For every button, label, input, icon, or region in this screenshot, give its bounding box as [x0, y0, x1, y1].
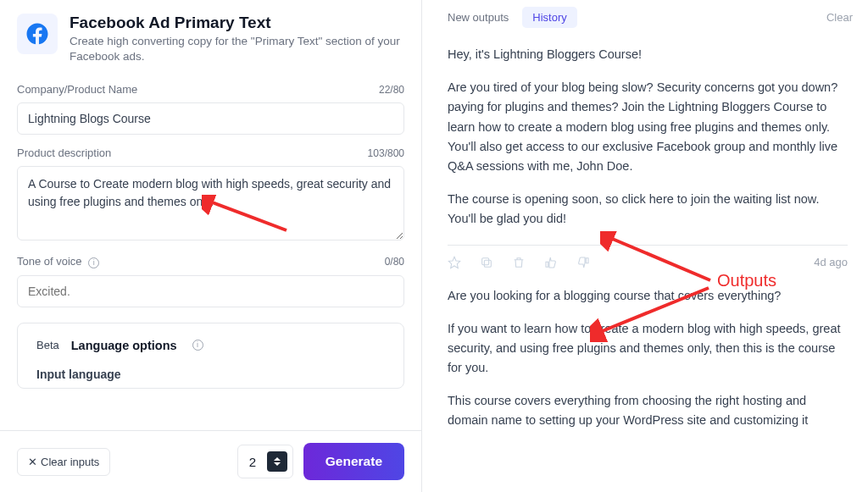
form-panel: Facebook Ad Primary Text Create high con…: [0, 0, 422, 492]
company-label: Company/Product Name: [17, 83, 137, 96]
input-language-label: Input language: [36, 368, 385, 381]
clear-outputs-button[interactable]: Clear: [826, 11, 853, 24]
star-icon[interactable]: [448, 256, 461, 269]
facebook-icon: [17, 14, 58, 54]
output-paragraph: This course covers everything from choos…: [448, 391, 848, 430]
form-body: Company/Product Name 22/80 Product descr…: [0, 76, 421, 430]
output-paragraph: If you want to learn how to create a mod…: [448, 319, 848, 379]
company-input[interactable]: [17, 102, 404, 135]
output-meta-row: 4d ago: [448, 246, 848, 274]
thumbs-up-icon[interactable]: [544, 256, 558, 269]
company-counter: 22/80: [379, 84, 404, 96]
page-subtitle: Create high converting copy for the "Pri…: [70, 34, 404, 64]
clear-inputs-label: Clear inputs: [41, 456, 99, 468]
tone-label: Tone of voice i: [17, 255, 99, 268]
clear-inputs-button[interactable]: ✕ Clear inputs: [17, 448, 110, 476]
thumbs-down-icon[interactable]: [576, 256, 590, 269]
output-item[interactable]: Hey, it's Lightning Bloggers Course! Are…: [448, 33, 848, 246]
language-card: Beta Language options i Input language: [17, 323, 404, 389]
output-paragraph: The course is opening soon, so click her…: [448, 190, 848, 229]
description-field: Product description 103/800: [17, 146, 404, 243]
output-count-stepper[interactable]: 2: [237, 445, 293, 478]
info-icon: i: [192, 340, 203, 351]
info-icon: i: [88, 257, 99, 268]
description-input[interactable]: [17, 166, 404, 240]
language-options-label: Language options: [71, 339, 177, 352]
outputs-panel: New outputs History Clear Hey, it's Ligh…: [422, 0, 868, 492]
tabs-bar: New outputs History Clear: [422, 0, 868, 33]
panel-header: Facebook Ad Primary Text Create high con…: [0, 0, 421, 76]
tab-history[interactable]: History: [522, 7, 576, 28]
output-timestamp: 4d ago: [814, 256, 848, 268]
stepper-buttons[interactable]: [267, 451, 287, 472]
output-paragraph: Are you looking for a blogging course th…: [448, 286, 848, 306]
close-icon: ✕: [28, 456, 37, 468]
output-paragraph: Are you tired of your blog being slow? S…: [448, 78, 848, 176]
chevron-down-icon: [274, 462, 281, 466]
output-item[interactable]: Are you looking for a blogging course th…: [448, 274, 848, 446]
chevron-up-icon: [274, 457, 281, 461]
outputs-list[interactable]: Hey, it's Lightning Bloggers Course! Are…: [422, 33, 868, 492]
output-paragraph: Hey, it's Lightning Bloggers Course!: [448, 45, 848, 64]
description-label: Product description: [17, 146, 111, 159]
generate-button[interactable]: Generate: [303, 443, 404, 480]
company-field: Company/Product Name 22/80: [17, 83, 404, 135]
copy-icon[interactable]: [480, 256, 493, 269]
footer-bar: ✕ Clear inputs 2 Generate: [0, 430, 421, 492]
tone-counter: 0/80: [385, 256, 404, 268]
tab-new-outputs[interactable]: New outputs: [437, 7, 519, 28]
tone-input[interactable]: [17, 275, 404, 307]
svg-marker-2: [448, 257, 459, 268]
beta-badge: Beta: [36, 339, 59, 351]
header-text: Facebook Ad Primary Text Create high con…: [70, 14, 404, 64]
svg-rect-3: [484, 260, 491, 267]
svg-rect-4: [482, 257, 489, 264]
trash-icon[interactable]: [512, 256, 526, 269]
description-counter: 103/800: [368, 147, 404, 159]
output-count-value: 2: [238, 455, 267, 469]
tone-field: Tone of voice i 0/80: [17, 255, 404, 307]
page-title: Facebook Ad Primary Text: [70, 14, 404, 32]
